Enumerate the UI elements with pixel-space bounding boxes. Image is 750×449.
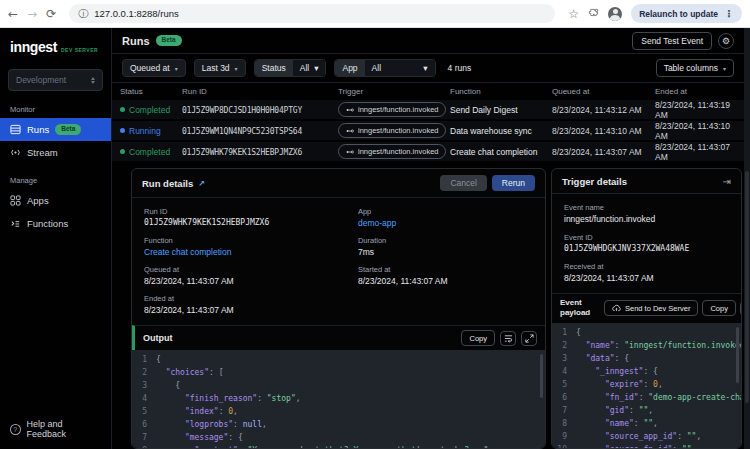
sidebar-stream-label: Stream xyxy=(27,147,58,158)
code-text: "message": { xyxy=(156,431,243,444)
code-line: 9 "source_app_id": "", xyxy=(552,430,741,443)
wrap-text-icon[interactable] xyxy=(740,301,742,316)
detail-field: FunctionCreate chat completion xyxy=(144,236,358,257)
forward-icon[interactable]: → xyxy=(27,8,37,20)
output-copy-button[interactable]: Copy xyxy=(461,330,495,346)
code-line: 3 "data": { xyxy=(552,352,741,365)
code-text: "data": { xyxy=(576,352,629,365)
relaunch-label: Relaunch to update xyxy=(639,9,718,19)
field-value: inngest/function.invoked xyxy=(564,214,729,224)
extensions-icon[interactable] xyxy=(588,8,599,19)
inngest-logo: inngest xyxy=(10,39,57,55)
field-value: 01J5Z9WHDGKJNV337X2WA48WAE xyxy=(564,244,729,253)
select-arrows-icon xyxy=(91,77,95,84)
queued-at-filter[interactable]: Queued at ▾ xyxy=(122,59,186,77)
code-scrollbar[interactable] xyxy=(540,354,543,398)
gear-icon[interactable]: ⚙ xyxy=(718,33,734,49)
field-value[interactable]: demo-app xyxy=(358,218,533,228)
chevron-down-icon: ▾ xyxy=(423,63,427,73)
cloud-upload-icon xyxy=(612,304,621,312)
run-id-value: 01J5Z9WHK79KEK1S2HEBPJMZX6 xyxy=(182,148,302,157)
wrap-text-icon[interactable] xyxy=(500,331,516,346)
code-line: 7 "message": { xyxy=(132,431,545,444)
run-id-value: 01J5Z9WP8DCJSD1H0H0H04PTGY xyxy=(182,106,302,115)
sidebar: inngest DEV SERVER Development Monitor R… xyxy=(0,28,112,449)
detail-field: Started at8/23/2024, 11:43:07 AM xyxy=(358,265,533,286)
detail-field: Appdemo-app xyxy=(358,207,533,228)
payload-copy-button[interactable]: Copy xyxy=(702,300,736,316)
field-value[interactable]: Create chat completion xyxy=(144,247,358,257)
runs-beta-badge: Beta xyxy=(55,124,81,135)
code-line: 10 "source_fn_id": "", xyxy=(552,443,741,448)
status-filter[interactable]: Status All ▾ xyxy=(254,59,327,77)
field-value: 8/23/2024, 11:43:07 AM xyxy=(564,273,729,283)
field-label: Event name xyxy=(564,203,729,212)
main-content: Runs Beta Send Test Event ⚙ Queued at ▾ … xyxy=(112,28,750,449)
table-columns-dropdown[interactable]: Table columns ▾ xyxy=(656,59,734,77)
external-link-icon[interactable]: ↗ xyxy=(198,179,205,188)
sidebar-item-runs[interactable]: Runs Beta xyxy=(0,118,111,141)
app-filter-label: App xyxy=(335,60,364,76)
code-line: 5 "index": 0, xyxy=(132,405,545,418)
output-code-block[interactable]: 1{2 "choices": [3 {4 "finish_reason": "s… xyxy=(132,350,545,448)
trigger-event-pill[interactable]: inngest/function.invoked xyxy=(338,123,446,138)
sidebar-item-functions[interactable]: Functions xyxy=(0,212,111,235)
detail-field: Run ID01J5Z9WHK79KEK1S2HEBPJMZX6 xyxy=(144,207,358,228)
table-row[interactable]: Completed01J5Z9WP8DCJSD1H0H0H04PTGYinnge… xyxy=(112,100,744,121)
dev-server-label: DEV SERVER xyxy=(61,47,98,53)
send-test-event-button[interactable]: Send Test Event xyxy=(632,32,712,50)
line-number: 4 xyxy=(552,365,576,378)
status-dot-icon xyxy=(120,149,125,154)
site-info-icon[interactable]: ⓘ xyxy=(78,7,88,21)
ended-at-cell: 8/23/2024, 11:43:19 AM xyxy=(655,100,744,120)
code-line: 6 "logprobs": null, xyxy=(132,418,545,431)
page-header: Runs Beta Send Test Event ⚙ xyxy=(112,28,744,53)
back-icon[interactable]: ← xyxy=(8,8,18,20)
browser-menu-icon[interactable]: ⋮ xyxy=(724,8,734,19)
send-to-dev-server-button[interactable]: Send to Dev Server xyxy=(604,300,698,316)
trigger-details-header: Trigger details ⇥ xyxy=(552,169,741,194)
address-bar[interactable]: ⓘ 127.0.0.1:8288/runs xyxy=(69,4,555,23)
profile-avatar[interactable] xyxy=(608,7,622,21)
environment-select[interactable]: Development xyxy=(8,69,103,91)
column-header-function: Function xyxy=(450,87,552,96)
code-scrollbar[interactable] xyxy=(736,327,739,383)
run-status: Running xyxy=(120,126,182,136)
url-text: 127.0.0.1:8288/runs xyxy=(94,8,179,19)
line-number: 1 xyxy=(132,353,156,366)
relaunch-to-update-button[interactable]: Relaunch to update ⋮ xyxy=(631,4,742,23)
event-payload-code-block[interactable]: 1{2 "name": "inngest/function.invoked",3… xyxy=(552,323,741,448)
event-icon xyxy=(346,107,354,113)
detail-field: Ended at8/23/2024, 11:43:07 AM xyxy=(144,294,358,315)
expand-icon[interactable] xyxy=(521,331,537,346)
run-status: Completed xyxy=(120,105,182,115)
trigger-event-pill[interactable]: inngest/function.invoked xyxy=(338,144,446,159)
trigger-cell: inngest/function.invoked xyxy=(338,123,450,138)
time-range-filter[interactable]: Last 3d ▾ xyxy=(194,59,246,77)
field-label: App xyxy=(358,207,533,216)
trigger-event-pill[interactable]: inngest/function.invoked xyxy=(338,102,446,117)
field-value: 7ms xyxy=(358,247,533,257)
window-scrollbar[interactable] xyxy=(744,28,750,449)
trigger-event-name: inngest/function.invoked xyxy=(358,147,438,156)
app-filter[interactable]: App All ▾ xyxy=(334,59,435,77)
status-text: Running xyxy=(129,126,161,136)
code-line: 4 "finish_reason": "stop", xyxy=(132,392,545,405)
function-cell: Create chat completion xyxy=(450,147,552,157)
sidebar-item-stream[interactable]: Stream xyxy=(0,141,111,164)
bookmark-star-icon[interactable]: ☆ xyxy=(568,8,579,20)
field-label: Ended at xyxy=(144,294,358,303)
reload-icon[interactable]: ⟳ xyxy=(46,8,56,20)
line-number: 7 xyxy=(552,404,576,417)
chevron-down-icon: ▾ xyxy=(235,65,238,72)
help-and-feedback[interactable]: ? Help and Feedback xyxy=(0,409,111,449)
table-row[interactable]: Completed01J5Z9WHK79KEK1S2HEBPJMZX6innge… xyxy=(112,142,744,163)
rerun-button[interactable]: Rerun xyxy=(492,175,535,191)
sidebar-item-apps[interactable]: Apps xyxy=(0,189,111,212)
table-row[interactable]: Running01J5Z9WM1QN4NP9C5230TSPS64inngest… xyxy=(112,121,744,142)
collapse-panel-icon[interactable]: ⇥ xyxy=(723,176,731,187)
cancel-button[interactable]: Cancel xyxy=(440,175,486,191)
event-payload-title: Event payload xyxy=(560,298,596,319)
column-header-status: Status xyxy=(120,87,182,96)
line-number: 5 xyxy=(552,378,576,391)
